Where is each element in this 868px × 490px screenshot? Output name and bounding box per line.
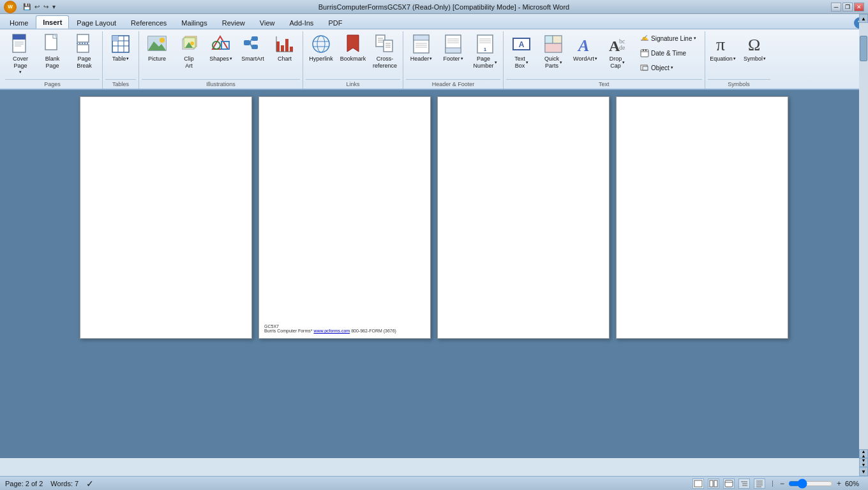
symbol-button[interactable]: Ω Symbol ▾: [740, 31, 770, 70]
table-button[interactable]: Table ▾: [105, 31, 136, 70]
ribbon-group-tables-content: Table ▾: [105, 31, 136, 78]
undo-quick-btn[interactable]: ↩: [33, 3, 41, 11]
svg-text:1: 1: [484, 47, 487, 52]
ribbon-group-illustrations: Picture ClipArt: [139, 31, 303, 89]
cross-reference-icon: [375, 34, 395, 54]
footer-icon: [443, 34, 463, 54]
ribbon: CoverPage ▾ BlankPage: [0, 29, 868, 90]
tab-home[interactable]: Home: [3, 16, 35, 29]
tab-review[interactable]: Review: [215, 16, 252, 29]
date-time-icon: [640, 48, 650, 58]
scroll-page-up-btn[interactable]: ▲▲: [859, 449, 868, 458]
svg-rect-53: [384, 40, 393, 52]
minimize-btn[interactable]: ─: [831, 3, 841, 11]
wordart-label-row: WordArt ▾: [573, 56, 597, 63]
document-page-2: GC5X7 Burris Computer Forms* www.pcforms…: [258, 96, 431, 339]
restore-btn[interactable]: ❐: [842, 3, 853, 11]
shapes-icon: [211, 34, 231, 54]
ribbon-group-hf-content: Header ▾ Footer ▾: [406, 31, 500, 78]
page-break-button[interactable]: PageBreak: [69, 31, 100, 71]
bookmark-button[interactable]: Bookmark: [338, 31, 368, 70]
svg-line-34: [250, 43, 251, 47]
svg-rect-17: [112, 36, 118, 41]
chart-icon: [274, 34, 295, 54]
wordart-button[interactable]: A WordArt ▾: [570, 31, 601, 70]
symbol-label-row: Symbol ▾: [744, 56, 766, 63]
page-number-button[interactable]: 1 PageNumber ▾: [470, 31, 500, 71]
header-label: Header: [410, 56, 430, 63]
blank-page-button[interactable]: BlankPage: [37, 31, 68, 71]
tab-pdf[interactable]: PDF: [321, 16, 349, 29]
clip-art-label: ClipArt: [184, 56, 194, 70]
ribbon-group-text-content: A TextBox ▾: [506, 31, 702, 78]
hyperlink-button[interactable]: Hyperlink: [306, 31, 336, 70]
picture-button[interactable]: Picture: [142, 31, 172, 70]
scroll-thumb[interactable]: [860, 36, 867, 61]
tab-add-ins[interactable]: Add-Ins: [282, 16, 320, 29]
document-page-3: [437, 96, 610, 339]
tab-page-layout[interactable]: Page Layout: [70, 16, 123, 29]
smartart-button[interactable]: SmartArt: [237, 31, 268, 70]
header-button[interactable]: Header ▾: [406, 31, 437, 70]
footer-button[interactable]: Footer ▾: [438, 31, 468, 70]
scroll-track[interactable]: [859, 23, 868, 449]
scroll-up-btn[interactable]: ▲: [859, 14, 868, 23]
drop-cap-button[interactable]: A bc de DropCap ▾: [602, 31, 632, 71]
cross-reference-button[interactable]: Cross-reference: [370, 31, 400, 71]
svg-rect-76: [553, 36, 562, 43]
shapes-button[interactable]: Shapes ▾: [206, 31, 236, 70]
ribbon-tabs: Home Insert Page Layout References Maili…: [0, 14, 868, 29]
cover-page-label: CoverPage: [13, 56, 28, 70]
object-button[interactable]: Object ▾: [636, 61, 700, 75]
equation-icon: π: [713, 34, 733, 54]
tab-references[interactable]: References: [124, 16, 174, 29]
equation-button[interactable]: π Equation ▾: [708, 31, 738, 70]
svg-rect-87: [645, 49, 647, 51]
signature-line-button[interactable]: ✍ Signature Line ▾: [636, 31, 700, 45]
footer-label: Footer: [443, 56, 460, 63]
page-2-footer-code: GC5X7: [264, 324, 396, 329]
title-bar-left: W 💾 ↩ ↪ ▾: [4, 1, 57, 13]
smartart-label: SmartArt: [241, 56, 264, 63]
redo-quick-btn[interactable]: ↪: [42, 3, 50, 11]
tab-view[interactable]: View: [253, 16, 282, 29]
chart-button[interactable]: Chart: [269, 31, 300, 70]
page-break-icon: [74, 34, 94, 54]
date-time-button[interactable]: Date & Time: [636, 46, 700, 60]
footer-label-row: Footer ▾: [443, 56, 463, 63]
ribbon-group-illustrations-content: Picture ClipArt: [142, 31, 300, 78]
signature-line-label: Signature Line: [651, 35, 692, 42]
quick-parts-button[interactable]: QuickParts ▾: [538, 31, 569, 71]
footer-link[interactable]: www.pcforms.com: [313, 329, 350, 333]
close-btn[interactable]: ✕: [854, 3, 864, 11]
quick-parts-icon: [543, 34, 564, 54]
svg-rect-89: [643, 66, 648, 70]
title-bar-controls: ─ ❐ ✕: [831, 3, 864, 11]
customize-quick-btn[interactable]: ▾: [51, 3, 57, 11]
tab-mailings[interactable]: Mailings: [174, 16, 214, 29]
page-number-icon: 1: [475, 34, 495, 54]
wordart-label: WordArt: [573, 56, 594, 63]
svg-point-45: [313, 36, 329, 52]
quick-parts-label-row: QuickParts ▾: [544, 56, 562, 70]
picture-label: Picture: [148, 56, 166, 63]
office-logo[interactable]: W: [4, 1, 17, 13]
svg-text:π: π: [716, 34, 725, 54]
page-break-label: PageBreak: [77, 56, 92, 70]
vertical-scrollbar[interactable]: ▲ ▲▲ ▼▼ ▼: [859, 14, 868, 458]
svg-rect-32: [251, 45, 258, 49]
tab-insert[interactable]: Insert: [36, 15, 69, 29]
svg-text:de: de: [619, 44, 625, 51]
smartart-icon: [243, 34, 263, 54]
clip-art-button[interactable]: ClipArt: [174, 31, 204, 71]
page-number-arrow: ▾: [495, 60, 497, 65]
ribbon-group-pages-content: CoverPage ▾ BlankPage: [5, 31, 100, 78]
equation-label: Equation: [710, 56, 733, 63]
text-box-button[interactable]: A TextBox ▾: [506, 31, 537, 71]
cover-page-button[interactable]: CoverPage ▾: [5, 31, 36, 77]
text-box-label: TextBox: [514, 56, 525, 70]
svg-rect-75: [545, 36, 553, 43]
cover-page-arrow: ▾: [19, 70, 22, 75]
symbol-arrow: ▾: [763, 56, 766, 61]
save-quick-btn[interactable]: 💾: [22, 3, 32, 11]
